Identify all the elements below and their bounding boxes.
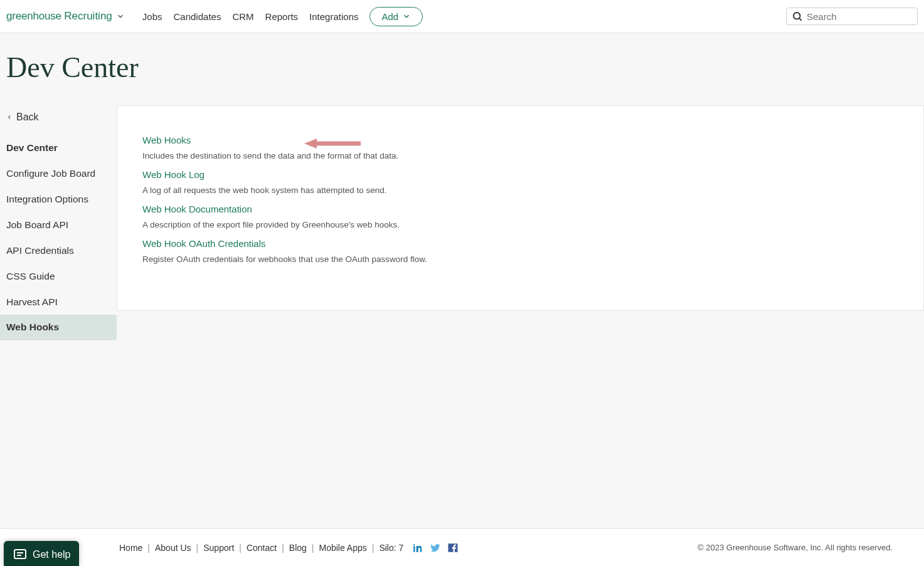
add-button-label: Add xyxy=(381,11,398,22)
sidebar-item-configure-job-board[interactable]: Configure Job Board xyxy=(0,161,117,187)
sidebar-item-job-board-api[interactable]: Job Board API xyxy=(0,212,117,238)
page-title: Dev Center xyxy=(0,33,924,105)
chevron-down-icon[interactable] xyxy=(116,12,125,21)
sidebar-item-integration-options[interactable]: Integration Options xyxy=(0,187,117,212)
sidebar-item-dev-center[interactable]: Dev Center xyxy=(0,135,117,161)
search-box[interactable] xyxy=(786,8,918,25)
chevron-left-icon xyxy=(6,113,13,122)
link-web-hooks[interactable]: Web Hooks xyxy=(142,135,191,145)
content-link-web-hook-log: Web Hook Log A log of all requests the w… xyxy=(142,169,898,195)
nav-integrations[interactable]: Integrations xyxy=(309,11,358,22)
top-bar: greenhouse Recruiting Jobs Candidates CR… xyxy=(0,0,924,33)
logo-text-a: greenhouse xyxy=(6,10,61,23)
logo-text-b: Recruiting xyxy=(64,10,112,23)
sidebar-item-web-hooks[interactable]: Web Hooks xyxy=(0,315,117,340)
link-web-hook-log-desc: A log of all requests the web hook syste… xyxy=(142,186,898,195)
content-link-web-hook-oauth: Web Hook OAuth Credentials Register OAut… xyxy=(142,238,898,264)
top-nav: Jobs Candidates CRM Reports Integrations xyxy=(142,11,359,22)
link-web-hook-oauth[interactable]: Web Hook OAuth Credentials xyxy=(142,238,266,249)
sidebar-item-api-credentials[interactable]: API Credentials xyxy=(0,238,117,264)
main-layout: Back Dev Center Configure Job Board Inte… xyxy=(0,105,924,340)
content-link-web-hook-documentation: Web Hook Documentation A description of … xyxy=(142,204,898,229)
chevron-down-icon xyxy=(402,12,411,21)
link-web-hook-oauth-desc: Register OAuth credentials for webhooks … xyxy=(142,254,898,264)
nav-jobs[interactable]: Jobs xyxy=(142,11,162,22)
sidebar-item-css-guide[interactable]: CSS Guide xyxy=(0,264,117,290)
content-panel: Web Hooks Includes the destination to se… xyxy=(117,105,924,311)
nav-candidates[interactable]: Candidates xyxy=(174,11,221,22)
nav-crm[interactable]: CRM xyxy=(232,11,253,22)
link-web-hook-log[interactable]: Web Hook Log xyxy=(142,169,204,180)
svg-line-1 xyxy=(799,18,801,20)
link-web-hook-documentation-desc: A description of the export file provide… xyxy=(142,220,898,229)
back-link[interactable]: Back xyxy=(0,108,117,135)
link-web-hooks-desc: Includes the destination to send the dat… xyxy=(142,151,898,160)
svg-point-0 xyxy=(794,13,800,19)
sidebar-item-harvest-api[interactable]: Harvest API xyxy=(0,290,117,315)
back-label: Back xyxy=(16,112,39,123)
sidebar: Back Dev Center Configure Job Board Inte… xyxy=(0,105,117,340)
search-input[interactable] xyxy=(807,11,912,22)
search-icon xyxy=(792,11,803,22)
link-web-hook-documentation[interactable]: Web Hook Documentation xyxy=(142,204,252,214)
content-link-web-hooks: Web Hooks Includes the destination to se… xyxy=(142,135,898,160)
logo[interactable]: greenhouse Recruiting xyxy=(6,10,131,23)
add-button[interactable]: Add xyxy=(369,7,423,26)
nav-reports[interactable]: Reports xyxy=(265,11,299,22)
